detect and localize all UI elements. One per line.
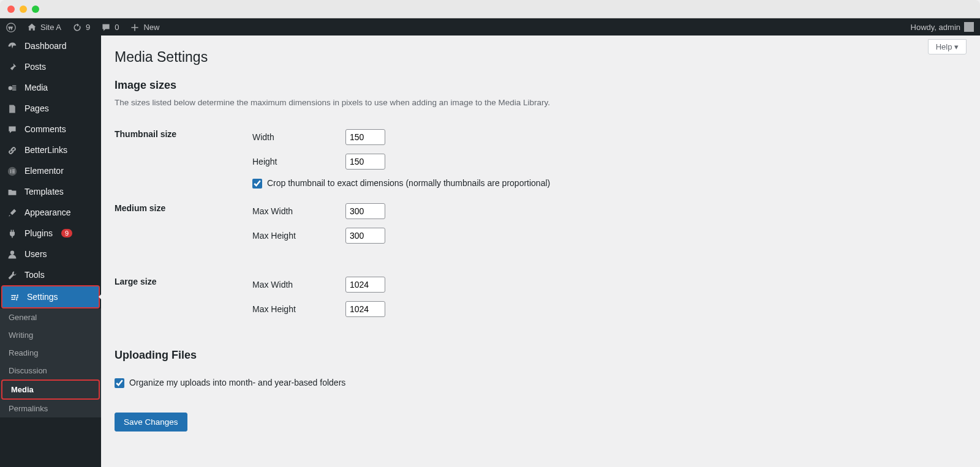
help-tab[interactable]: Help ▾	[928, 39, 967, 54]
sidebar-item-settings[interactable]: Settings	[2, 286, 99, 307]
user-icon	[6, 248, 18, 260]
sidebar-label-appearance: Appearance	[24, 207, 71, 217]
submenu-item-permalinks[interactable]: Permalinks	[0, 400, 101, 417]
input-medium-height[interactable]	[345, 228, 385, 244]
traffic-maximize-icon[interactable]	[32, 6, 39, 13]
dashboard-icon	[6, 40, 18, 51]
settings-submenu: General Writing Reading Discussion Media…	[0, 308, 101, 417]
input-large-height[interactable]	[345, 301, 385, 317]
updates-count: 9	[86, 23, 90, 32]
sidebar-label-media: Media	[24, 83, 48, 92]
new-label: New	[143, 23, 159, 32]
input-medium-width[interactable]	[345, 203, 385, 219]
chevron-down-icon: ▾	[954, 42, 959, 51]
label-crop-thumbnail: Crop thumbnail to exact dimensions (norm…	[267, 178, 550, 188]
comments-link[interactable]: 0	[101, 21, 119, 32]
sidebar-item-pages[interactable]: Pages	[0, 98, 101, 119]
input-large-width[interactable]	[345, 277, 385, 293]
sidebar-label-betterlinks: BetterLinks	[24, 145, 67, 155]
sidebar-label-settings: Settings	[27, 292, 58, 302]
image-sizes-description: The sizes listed below determine the max…	[115, 98, 967, 107]
sidebar-item-tools[interactable]: Tools	[0, 264, 101, 285]
sidebar-label-users: Users	[24, 249, 47, 259]
site-name-label: Site A	[40, 23, 61, 32]
traffic-minimize-icon[interactable]	[20, 6, 27, 13]
help-label: Help	[936, 42, 952, 51]
sidebar-item-posts[interactable]: Posts	[0, 56, 101, 77]
svg-rect-3	[10, 170, 12, 173]
label-thumb-height: Height	[252, 157, 345, 166]
plus-icon	[130, 21, 140, 32]
submenu-item-writing[interactable]: Writing	[0, 326, 101, 344]
sidebar-item-appearance[interactable]: Appearance	[0, 202, 101, 223]
sidebar-label-templates: Templates	[24, 187, 64, 196]
group-label-thumbnail: Thumbnail size	[115, 123, 252, 197]
group-label-medium: Medium size	[115, 197, 252, 258]
new-content-link[interactable]: New	[130, 21, 159, 32]
label-organize-uploads: Organize my uploads into month- and year…	[129, 378, 345, 387]
plug-icon	[6, 228, 18, 239]
sidebar-item-elementor[interactable]: Elementor	[0, 160, 101, 181]
sidebar-label-posts: Posts	[24, 62, 46, 72]
group-label-large: Large size	[115, 271, 252, 332]
label-medium-width: Max Width	[252, 206, 345, 216]
input-thumb-height[interactable]	[345, 154, 385, 170]
sidebar-label-plugins: Plugins	[24, 228, 53, 238]
page-icon	[6, 103, 18, 114]
submenu-item-discussion[interactable]: Discussion	[0, 362, 101, 379]
svg-rect-5	[12, 171, 15, 172]
svg-point-1	[9, 86, 12, 90]
section-uploading-files: Uploading Files	[115, 349, 967, 362]
submenu-item-media[interactable]: Media	[2, 381, 99, 398]
brush-icon	[6, 207, 18, 218]
comments-count: 0	[115, 23, 119, 32]
sidebar-item-templates[interactable]: Templates	[0, 181, 101, 202]
howdy-label: Howdy, admin	[911, 23, 960, 32]
comment-icon	[6, 124, 18, 135]
traffic-close-icon[interactable]	[7, 6, 15, 13]
label-thumb-width: Width	[252, 132, 345, 142]
avatar-icon	[964, 22, 974, 32]
sidebar-label-pages: Pages	[24, 103, 49, 113]
sliders-icon	[9, 291, 21, 302]
refresh-icon	[72, 21, 82, 32]
checkbox-row-crop[interactable]: Crop thumbnail to exact dimensions (norm…	[252, 178, 550, 189]
svg-rect-4	[12, 170, 15, 171]
wp-logo[interactable]	[6, 21, 16, 32]
page-title: Media Settings	[115, 49, 967, 65]
sidebar-item-users[interactable]: Users	[0, 244, 101, 264]
sidebar-item-betterlinks[interactable]: BetterLinks	[0, 140, 101, 160]
home-icon	[27, 21, 37, 32]
label-large-height: Max Height	[252, 304, 345, 314]
sidebar-label-comments: Comments	[24, 124, 66, 134]
sidebar-item-media[interactable]: Media	[0, 77, 101, 98]
submenu-item-reading[interactable]: Reading	[0, 344, 101, 362]
input-thumb-width[interactable]	[345, 129, 385, 145]
updates-link[interactable]: 9	[72, 21, 90, 32]
checkbox-organize-uploads[interactable]	[115, 378, 124, 388]
window-chrome	[0, 0, 980, 18]
wordpress-icon	[6, 21, 16, 32]
admin-sidebar: Dashboard Posts Media Pages Comments	[0, 35, 101, 467]
sidebar-item-plugins[interactable]: Plugins 9	[0, 223, 101, 244]
site-home-link[interactable]: Site A	[27, 21, 61, 32]
label-large-width: Max Width	[252, 280, 345, 290]
submenu-item-general[interactable]: General	[0, 308, 101, 326]
checkbox-row-organize[interactable]: Organize my uploads into month- and year…	[115, 378, 345, 388]
main-content: Help ▾ Media Settings Image sizes The si…	[101, 35, 980, 467]
label-medium-height: Max Height	[252, 231, 345, 241]
sidebar-item-dashboard[interactable]: Dashboard	[0, 35, 101, 56]
account-link[interactable]: Howdy, admin	[911, 22, 974, 32]
media-icon	[6, 82, 18, 93]
plugins-update-badge: 9	[61, 229, 72, 237]
save-changes-button[interactable]: Save Changes	[115, 413, 187, 432]
sidebar-label-elementor: Elementor	[24, 166, 64, 176]
elementor-icon	[6, 165, 18, 176]
checkbox-crop-thumbnail[interactable]	[252, 179, 262, 189]
svg-rect-6	[12, 172, 15, 173]
sidebar-label-dashboard: Dashboard	[24, 41, 67, 51]
sidebar-item-comments[interactable]: Comments	[0, 119, 101, 140]
svg-point-7	[10, 250, 14, 254]
wrench-icon	[6, 269, 18, 280]
section-image-sizes: Image sizes	[115, 79, 967, 92]
